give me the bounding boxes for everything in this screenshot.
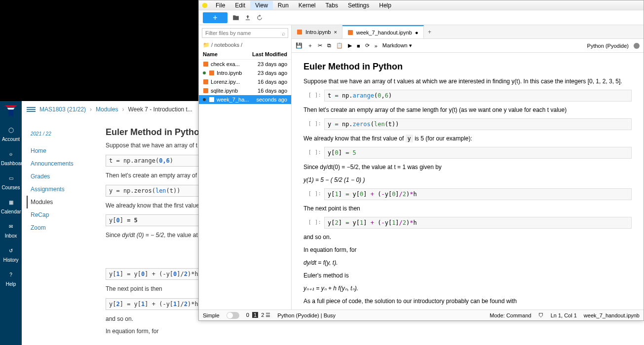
copy-icon[interactable]: ⧉ bbox=[327, 42, 331, 49]
status-mode: Mode: Command bbox=[490, 312, 531, 318]
add-tab-button[interactable]: + bbox=[424, 25, 436, 38]
canvas-nav-inbox[interactable]: ✉Inbox bbox=[0, 217, 22, 242]
file-row[interactable]: Lorenz.ipy...16 days ago bbox=[199, 77, 291, 86]
svg-rect-5 bbox=[209, 97, 214, 102]
menu-kernel[interactable]: Kernel bbox=[294, 1, 321, 10]
course-nav-assignments[interactable]: Assignments bbox=[31, 183, 100, 196]
cell-type-select[interactable]: Markdown ▾ bbox=[382, 42, 412, 49]
code-cell[interactable]: y[1] = y[0] + (-y[0]/2)*h bbox=[324, 188, 632, 200]
canvas-global-nav: ◯Account⌾Dashboard▭Courses▦Calendar✉Inbo… bbox=[0, 101, 22, 345]
paste-icon[interactable]: 📋 bbox=[336, 42, 343, 49]
status-bar: Simple 0 1 2 ☰ Python (Pyodide) | Busy M… bbox=[199, 310, 644, 320]
jupyterlab-window: FileEditViewRunKernelTabsSettingsHelp + … bbox=[198, 0, 644, 321]
stop-icon[interactable]: ■ bbox=[357, 43, 360, 49]
canvas-nav-account[interactable]: ◯Account bbox=[0, 121, 22, 145]
refresh-icon[interactable] bbox=[256, 14, 263, 21]
canvas-nav-help[interactable]: ?Help bbox=[0, 266, 22, 290]
menu-view[interactable]: View bbox=[250, 1, 273, 10]
trusted-icon[interactable]: ⛉ bbox=[538, 312, 544, 318]
course-nav: 2021 / 22 HomeAnnouncementsGradesAssignm… bbox=[31, 128, 100, 234]
breadcrumb-page: Week 7 - Introduction t... bbox=[128, 106, 192, 113]
main-toolbar: + bbox=[199, 10, 644, 25]
simple-mode-toggle[interactable] bbox=[227, 312, 239, 319]
svg-rect-7 bbox=[348, 30, 353, 35]
course-nav-modules[interactable]: Modules bbox=[27, 196, 100, 208]
status-filename: week_7_handout.ipynb bbox=[584, 312, 640, 318]
course-nav-recap[interactable]: ReCap bbox=[31, 208, 100, 221]
run-icon[interactable]: ▶ bbox=[348, 42, 352, 49]
file-list: check exa...23 days agoIntro.ipynb23 day… bbox=[199, 60, 291, 104]
canvas-nav-history[interactable]: ↺History bbox=[0, 242, 22, 266]
document-tab[interactable]: week_7_handout.ipynb● bbox=[342, 25, 424, 38]
file-breadcrumb[interactable]: 📁 / notebooks / bbox=[199, 41, 291, 49]
search-icon: ⌕ bbox=[282, 30, 285, 37]
menu-help[interactable]: Help bbox=[374, 1, 396, 10]
hamburger-icon[interactable] bbox=[27, 106, 36, 113]
notebook-toolbar: 💾 ＋ ✂ ⧉ 📋 ▶ ■ ⟳ » Markdown ▾ Python (Pyo… bbox=[292, 39, 644, 53]
course-nav-zoom[interactable]: Zoom bbox=[31, 221, 100, 234]
menu-items: FileEditViewRunKernelTabsSettingsHelp bbox=[211, 1, 396, 10]
code-cell[interactable]: y[2] = y[1] + (-y[1]/2)*h bbox=[324, 217, 632, 229]
course-year: 2021 / 22 bbox=[31, 128, 100, 139]
menu-run[interactable]: Run bbox=[273, 1, 294, 10]
kernel-indicator-icon[interactable] bbox=[634, 43, 640, 49]
file-row[interactable]: week_7_ha...seconds ago bbox=[199, 95, 291, 104]
insert-cell-icon[interactable]: ＋ bbox=[307, 42, 313, 49]
kernel-name[interactable]: Python (Pyodide) bbox=[587, 43, 629, 49]
file-row[interactable]: check exa...23 days ago bbox=[199, 60, 291, 69]
dirty-indicator-icon[interactable]: ● bbox=[415, 30, 418, 35]
status-cursor: Ln 1, Col 1 bbox=[551, 312, 577, 318]
save-icon[interactable]: 💾 bbox=[296, 42, 303, 49]
jupyter-logo-icon bbox=[201, 1, 209, 9]
course-nav-grades[interactable]: Grades bbox=[31, 170, 100, 183]
restart-icon[interactable]: ⟳ bbox=[365, 42, 370, 49]
document-tab[interactable]: Intro.ipynb× bbox=[292, 25, 342, 38]
menubar: FileEditViewRunKernelTabsSettingsHelp bbox=[199, 0, 644, 10]
code-cell[interactable]: y = np.zeros(len(t)) bbox=[324, 118, 632, 130]
upload-icon[interactable] bbox=[244, 14, 251, 21]
file-browser: ⌕ 📁 / notebooks / NameLast Modified chec… bbox=[199, 25, 292, 310]
nb-title: Euler Method in Python bbox=[303, 62, 632, 72]
breadcrumb: MAS1803 (21/22) › Modules › Week 7 - Int… bbox=[27, 106, 192, 113]
document-tabs: Intro.ipynb×week_7_handout.ipynb●+ bbox=[292, 25, 644, 39]
svg-rect-3 bbox=[203, 79, 208, 84]
canvas-nav-dashboard[interactable]: ⌾Dashboard bbox=[0, 145, 22, 169]
menu-file[interactable]: File bbox=[211, 1, 230, 10]
code-cell[interactable]: t = np.arange(0,6) bbox=[324, 90, 632, 102]
notebook-content[interactable]: Euler Method in Python Suppose that we h… bbox=[292, 53, 644, 310]
simple-mode-label: Simple bbox=[203, 312, 220, 318]
institution-logo bbox=[0, 101, 22, 121]
menu-edit[interactable]: Edit bbox=[230, 1, 250, 10]
code-cell[interactable]: y[0] = 5 bbox=[324, 147, 632, 159]
svg-rect-4 bbox=[203, 88, 208, 93]
svg-rect-2 bbox=[209, 70, 214, 75]
close-tab-icon[interactable]: × bbox=[334, 29, 337, 35]
file-list-header[interactable]: NameLast Modified bbox=[199, 49, 291, 60]
course-nav-home[interactable]: Home bbox=[31, 144, 100, 157]
menu-settings[interactable]: Settings bbox=[343, 1, 374, 10]
menu-tabs[interactable]: Tabs bbox=[321, 1, 343, 10]
status-kernel[interactable]: Python (Pyodide) | Busy bbox=[277, 312, 336, 318]
new-folder-icon[interactable] bbox=[232, 14, 239, 21]
canvas-nav-courses[interactable]: ▭Courses bbox=[0, 169, 22, 193]
svg-point-0 bbox=[202, 2, 208, 8]
breadcrumb-section[interactable]: Modules bbox=[96, 106, 118, 113]
filter-files-input[interactable] bbox=[202, 28, 288, 38]
svg-rect-1 bbox=[203, 62, 208, 67]
breadcrumb-course[interactable]: MAS1803 (21/22) bbox=[39, 106, 86, 113]
file-row[interactable]: sqlite.ipynb16 days ago bbox=[199, 86, 291, 95]
file-row[interactable]: Intro.ipynb23 days ago bbox=[199, 69, 291, 77]
cut-icon[interactable]: ✂ bbox=[318, 42, 322, 49]
restart-run-all-icon[interactable]: » bbox=[375, 43, 378, 49]
svg-rect-6 bbox=[297, 30, 302, 34]
canvas-nav-calendar[interactable]: ▦Calendar bbox=[0, 193, 22, 217]
new-launcher-button[interactable]: + bbox=[203, 12, 227, 23]
course-nav-announcements[interactable]: Announcements bbox=[31, 157, 100, 170]
